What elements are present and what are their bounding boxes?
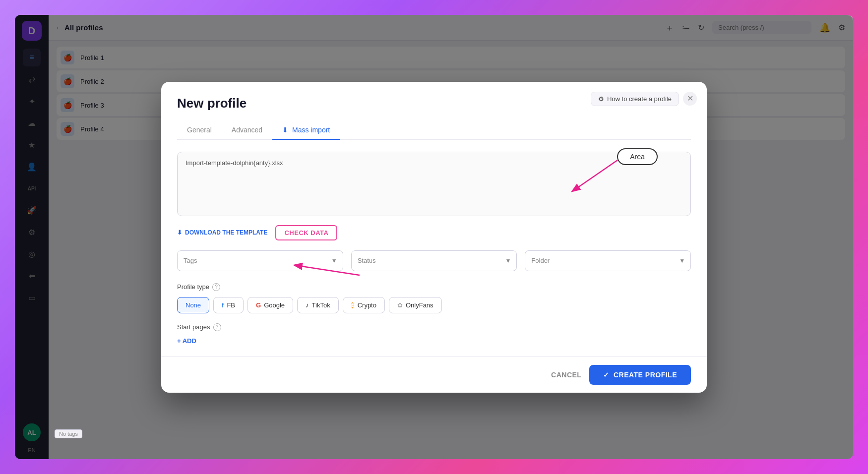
download-template-link[interactable]: ⬇ DOWNLOAD THE TEMPLATE [177, 229, 267, 236]
download-tab-icon: ⬇ [282, 126, 288, 134]
bitcoin-icon: ₿ [351, 301, 355, 309]
tab-general[interactable]: General [177, 121, 222, 140]
tiktok-icon: ♪ [306, 301, 309, 309]
app-shell: D ≡ ⇄ ✦ ☁ ★ 👤 API 🚀 ⚙ ◎ ⬅ ▭ AL EN › All … [15, 15, 853, 459]
profile-type-label: Profile type ? [177, 283, 691, 291]
cancel-button[interactable]: CANCEL [551, 371, 581, 379]
tab-mass-import[interactable]: ⬇ Mass import [272, 121, 340, 140]
checkmark-icon: ✓ [603, 371, 610, 379]
profile-type-help-icon: ? [212, 283, 220, 291]
modal-header: New profile ⚙ How to create a profile ✕ … [161, 82, 707, 140]
tab-advanced[interactable]: Advanced [222, 121, 272, 140]
profile-type-onlyfans-button[interactable]: ✿ OnlyFans [389, 297, 442, 313]
facebook-icon: f [222, 301, 224, 309]
actions-row: ⬇ DOWNLOAD THE TEMPLATE CHECK DATA [177, 225, 691, 240]
tags-dropdown[interactable]: Tags [177, 250, 343, 271]
modal-overlay: New profile ⚙ How to create a profile ✕ … [15, 15, 853, 459]
google-icon: G [256, 301, 261, 309]
profile-type-none-button[interactable]: None [177, 297, 209, 313]
modal-dialog: New profile ⚙ How to create a profile ✕ … [161, 82, 707, 393]
folder-dropdown[interactable]: Folder [525, 250, 691, 271]
download-icon: ⬇ [177, 229, 182, 236]
profile-type-crypto-button[interactable]: ₿ Crypto [343, 297, 385, 313]
modal-tabs: General Advanced ⬇ Mass import [177, 121, 691, 140]
start-pages-help-icon: ? [213, 323, 221, 331]
create-profile-button[interactable]: ✓ CREATE PROFILE [589, 365, 691, 385]
no-tags-badge: No tags [55, 429, 82, 438]
close-icon: ✕ [687, 94, 693, 103]
help-circle-icon: ⚙ [598, 95, 604, 103]
modal-close-button[interactable]: ✕ [683, 92, 697, 106]
modal-body: Import-template-dolphin{anty}.xlsx ⬇ DOW… [161, 140, 707, 356]
onlyfans-icon: ✿ [397, 301, 403, 309]
profile-type-section: Profile type ? None f FB G Goog [177, 283, 691, 313]
modal-footer: CANCEL ✓ CREATE PROFILE [161, 356, 707, 393]
start-pages-section: Start pages ? + ADD [177, 323, 691, 345]
start-pages-label: Start pages ? [177, 323, 691, 331]
profile-type-fb-button[interactable]: f FB [213, 297, 244, 313]
profile-type-google-button[interactable]: G Google [248, 297, 293, 313]
tags-dropdown-wrapper: Tags ▼ [177, 250, 343, 271]
status-dropdown-wrapper: Status ▼ [351, 250, 517, 271]
how-to-button[interactable]: ⚙ How to create a profile [591, 92, 679, 106]
check-data-button[interactable]: CHECK DATA [275, 225, 337, 240]
add-start-page-button[interactable]: + ADD [177, 337, 196, 345]
import-textarea[interactable]: Import-template-dolphin{anty}.xlsx [177, 152, 691, 216]
folder-dropdown-wrapper: Folder ▼ [525, 250, 691, 271]
dropdowns-row: Tags ▼ Status ▼ Folder ▼ [177, 250, 691, 271]
status-dropdown[interactable]: Status [351, 250, 517, 271]
profile-type-buttons: None f FB G Google ♪ TikTok [177, 297, 691, 313]
profile-type-tiktok-button[interactable]: ♪ TikTok [297, 297, 339, 313]
